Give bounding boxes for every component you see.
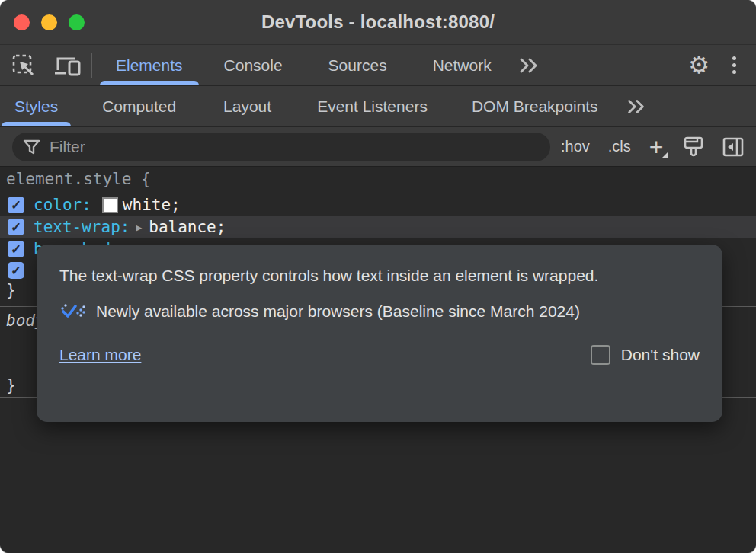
disclosure-triangle-icon[interactable]: ▶ bbox=[136, 222, 142, 233]
tab-elements[interactable]: Elements bbox=[98, 45, 200, 85]
declaration-checkbox-checked[interactable]: ✓ bbox=[8, 262, 24, 279]
baseline-status-text: Newly available across major browsers (B… bbox=[96, 302, 580, 321]
tab-layout[interactable]: Layout bbox=[209, 86, 286, 126]
css-property-value[interactable]: white; bbox=[123, 196, 181, 214]
css-declaration-row[interactable]: ✓ color: white; bbox=[0, 194, 756, 216]
css-property-name[interactable]: text-wrap: bbox=[34, 218, 130, 236]
element-classes-button[interactable]: .cls bbox=[601, 138, 639, 155]
dont-show-checkbox[interactable] bbox=[591, 345, 610, 365]
tab-sources[interactable]: Sources bbox=[311, 45, 405, 85]
inspect-element-button[interactable] bbox=[0, 45, 44, 85]
inspect-element-icon bbox=[11, 53, 37, 78]
toolbar-separator bbox=[674, 53, 674, 78]
tab-network[interactable]: Network bbox=[415, 45, 509, 85]
new-style-rule-button[interactable]: + bbox=[640, 135, 673, 159]
chevron-double-right-icon bbox=[517, 57, 541, 74]
baseline-newly-available-icon bbox=[59, 302, 85, 321]
tab-label: Network bbox=[433, 56, 492, 75]
paint-brush-icon bbox=[682, 135, 705, 159]
kebab-menu-icon bbox=[732, 56, 736, 60]
hov-label: :hov bbox=[561, 138, 590, 155]
tab-event-listeners[interactable]: Event Listeners bbox=[303, 86, 442, 126]
styles-filter-toolbar: :hov .cls + bbox=[0, 127, 756, 167]
window-title: DevTools - localhost:8080/ bbox=[0, 11, 756, 33]
declaration-checkbox-checked[interactable]: ✓ bbox=[8, 197, 24, 213]
tab-label: Layout bbox=[223, 97, 271, 116]
tab-label: Computed bbox=[102, 97, 176, 116]
color-swatch[interactable] bbox=[102, 197, 118, 213]
styles-pane: element.style { ✓ color: white; ✓ text-w… bbox=[0, 167, 756, 553]
learn-more-link[interactable]: Learn more bbox=[59, 346, 141, 364]
more-tabs-button[interactable] bbox=[509, 45, 549, 85]
rule-selector: element.style { bbox=[6, 170, 151, 188]
tab-label: Sources bbox=[328, 56, 387, 75]
funnel-filter-icon bbox=[23, 139, 40, 155]
baseline-status-row: Newly available across major browsers (B… bbox=[59, 302, 700, 321]
inherited-rule-close-brace: } bbox=[6, 376, 16, 395]
tab-label: Elements bbox=[116, 56, 183, 75]
tooltip-footer: Learn more Don't show bbox=[59, 345, 700, 365]
tab-computed[interactable]: Computed bbox=[88, 86, 191, 126]
tab-label: Styles bbox=[14, 97, 58, 116]
toggle-element-state-button[interactable]: :hov bbox=[553, 138, 597, 155]
check-icon: ✓ bbox=[11, 219, 21, 235]
dropdown-corner-triangle bbox=[662, 152, 668, 158]
customize-devtools-button[interactable] bbox=[723, 56, 745, 74]
toggle-device-toolbar-button[interactable] bbox=[44, 45, 91, 85]
settings-button[interactable]: ⚙ bbox=[681, 53, 717, 77]
check-icon: ✓ bbox=[11, 241, 21, 257]
tab-label: DOM Breakpoints bbox=[472, 97, 598, 116]
toolbar-separator bbox=[91, 53, 92, 78]
filter-field[interactable] bbox=[12, 133, 550, 161]
more-panel-tabs-button[interactable] bbox=[617, 86, 655, 126]
dont-show-label: Don't show bbox=[621, 346, 700, 364]
title-bar: DevTools - localhost:8080/ bbox=[0, 0, 756, 45]
tab-dom-breakpoints[interactable]: DOM Breakpoints bbox=[457, 86, 613, 126]
chevron-double-right-icon bbox=[625, 98, 648, 115]
active-tab-indicator bbox=[2, 122, 71, 126]
declaration-checkbox-checked[interactable]: ✓ bbox=[8, 241, 24, 257]
declaration-checkbox-checked[interactable]: ✓ bbox=[8, 219, 24, 235]
tab-console[interactable]: Console bbox=[207, 45, 300, 85]
cls-label: .cls bbox=[608, 138, 631, 155]
baseline-tooltip: The text-wrap CSS property controls how … bbox=[37, 245, 722, 422]
device-toolbar-icon bbox=[53, 53, 82, 78]
panel-collapse-left-icon bbox=[722, 136, 745, 158]
toggle-sidebar-button[interactable] bbox=[714, 136, 749, 158]
elements-panel-toolbar: Styles Computed Layout Event Listeners D… bbox=[0, 86, 756, 127]
check-icon: ✓ bbox=[11, 197, 21, 213]
devtools-window: DevTools - localhost:8080/ Elements Cons… bbox=[0, 0, 756, 553]
check-icon: ✓ bbox=[11, 263, 21, 279]
css-property-value[interactable]: balance; bbox=[149, 218, 226, 236]
tab-label: Console bbox=[224, 56, 283, 75]
css-declaration-row-hovered[interactable]: ✓ text-wrap: ▶ balance; bbox=[0, 216, 756, 238]
tooltip-description: The text-wrap CSS property controls how … bbox=[59, 261, 654, 289]
rendering-emulations-button[interactable] bbox=[673, 135, 714, 159]
gear-icon: ⚙ bbox=[688, 53, 710, 77]
toolbar-right-cluster: ⚙ bbox=[674, 45, 756, 85]
main-toolbar: Elements Console Sources Network ⚙ bbox=[0, 45, 756, 86]
filter-input[interactable] bbox=[48, 137, 540, 157]
rule-close-brace: } bbox=[6, 281, 16, 299]
tab-styles[interactable]: Styles bbox=[0, 86, 72, 126]
tab-label: Event Listeners bbox=[317, 97, 428, 116]
active-tab-indicator bbox=[100, 81, 199, 85]
css-property-name[interactable]: color: bbox=[34, 196, 91, 214]
dont-show-control[interactable]: Don't show bbox=[591, 345, 700, 365]
